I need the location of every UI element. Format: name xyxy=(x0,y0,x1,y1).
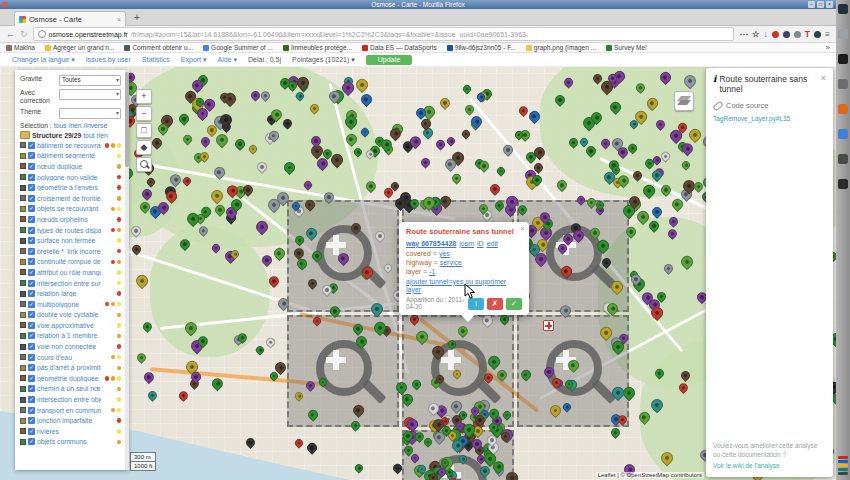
map-marker[interactable] xyxy=(294,90,306,102)
new-tab-button[interactable]: + xyxy=(134,12,140,23)
clipboard-icon[interactable] xyxy=(838,29,848,39)
map-marker[interactable] xyxy=(353,462,365,474)
map-marker[interactable] xyxy=(485,354,501,370)
issue-type-row[interactable]: ✓jonction imparfaite xyxy=(20,415,121,426)
map-marker[interactable] xyxy=(142,369,157,384)
map-marker[interactable] xyxy=(445,135,457,147)
map-marker[interactable] xyxy=(575,194,586,205)
popup-editor-link[interactable]: iD xyxy=(477,240,484,247)
issue-type-checkbox[interactable]: ✓ xyxy=(28,184,35,191)
panel-close-icon[interactable]: × xyxy=(821,74,826,83)
extension-dark-icon[interactable] xyxy=(783,31,790,38)
wiki-link[interactable]: Voir le wiki de l'analyse xyxy=(713,462,826,469)
site-info-icon[interactable] xyxy=(38,30,46,38)
map-marker[interactable] xyxy=(496,165,508,177)
map-marker[interactable] xyxy=(247,143,259,155)
map-marker[interactable] xyxy=(275,296,291,312)
map-marker[interactable] xyxy=(317,376,329,388)
issue-type-checkbox[interactable]: ✓ xyxy=(28,163,35,170)
map-marker[interactable] xyxy=(293,390,305,402)
popup-object-id-link[interactable]: way 667854428 xyxy=(406,240,456,247)
reload-icon[interactable]: ↻ xyxy=(20,29,28,39)
issue-type-row[interactable]: ✓voie non connectée xyxy=(20,341,121,352)
map-marker[interactable] xyxy=(468,114,484,130)
issue-type-row[interactable]: ✓intersection entre objets xyxy=(20,394,121,405)
map-marker[interactable] xyxy=(667,216,680,229)
overflow-menu-icon[interactable]: ⋯ xyxy=(739,30,748,39)
issue-type-checkbox[interactable]: ✓ xyxy=(28,195,35,202)
map-marker[interactable] xyxy=(419,156,432,169)
map-marker[interactable] xyxy=(271,245,286,260)
map-marker[interactable] xyxy=(653,367,665,379)
map-marker[interactable] xyxy=(141,320,154,333)
map-marker[interactable] xyxy=(659,450,676,467)
map-marker[interactable] xyxy=(501,143,515,157)
map-marker[interactable] xyxy=(351,403,366,418)
issue-type-row[interactable]: ✓objets se recouvrant xyxy=(20,204,121,215)
map-marker[interactable] xyxy=(599,137,611,149)
map-marker[interactable] xyxy=(306,277,319,290)
category-select-links[interactable]: tout rien xyxy=(83,132,108,139)
map-marker[interactable] xyxy=(548,402,564,418)
map-marker[interactable] xyxy=(233,137,247,151)
map-marker[interactable] xyxy=(516,203,529,216)
map-marker[interactable] xyxy=(679,254,696,271)
map-marker[interactable] xyxy=(135,351,148,364)
issue-type-row[interactable]: ✓cours d'eau xyxy=(20,352,121,363)
map-marker[interactable] xyxy=(550,376,563,389)
issue-type-row[interactable]: ✓rivières xyxy=(20,426,121,437)
translate-icon[interactable]: T xyxy=(805,30,810,39)
map-marker[interactable] xyxy=(359,126,370,137)
issue-type-row[interactable]: ✓nœud dupliqué xyxy=(20,161,121,172)
issue-type-checkbox[interactable]: ✓ xyxy=(28,438,35,445)
map-marker[interactable] xyxy=(456,324,471,339)
menu-icon[interactable]: ≡ xyxy=(825,30,830,39)
window-button[interactable]: − xyxy=(808,1,815,8)
menu-link[interactable]: Statistics xyxy=(142,56,170,64)
tag-value[interactable]: yes xyxy=(439,250,450,257)
menu-link[interactable]: Export ▾ xyxy=(181,56,207,64)
zoom-out-button[interactable]: − xyxy=(136,106,152,121)
map-marker[interactable] xyxy=(303,226,318,241)
menu-link[interactable]: Aide ▾ xyxy=(218,56,237,64)
map-marker[interactable] xyxy=(645,95,660,110)
map-marker[interactable] xyxy=(557,302,573,318)
map-marker[interactable] xyxy=(631,169,644,182)
map-marker[interactable] xyxy=(461,83,472,94)
map-marker[interactable] xyxy=(304,379,317,392)
map-marker[interactable] xyxy=(133,273,150,290)
bookmark-item[interactable]: 9llw-d6jsz3nn05 - F... xyxy=(447,44,516,51)
map-marker[interactable] xyxy=(648,397,665,414)
bookmark-star-icon[interactable]: ☆ xyxy=(752,30,760,39)
tab-close-icon[interactable]: × xyxy=(117,16,121,23)
issue-type-row[interactable]: ✓relation à 1 membre xyxy=(20,331,121,342)
messenger-icon[interactable] xyxy=(838,129,848,139)
map-marker[interactable] xyxy=(181,175,193,187)
map-marker[interactable] xyxy=(588,226,602,240)
issue-type-checkbox[interactable]: ✓ xyxy=(28,174,35,181)
issue-type-row[interactable]: ✓types de routes disparates xyxy=(20,225,121,236)
bookmark-item[interactable]: Agréger un grand n... xyxy=(45,44,114,51)
map-marker[interactable] xyxy=(659,183,673,197)
issue-type-checkbox[interactable]: ✓ xyxy=(28,248,35,255)
issue-type-row[interactable]: ✓nœuds orphelins xyxy=(20,214,121,225)
map-marker[interactable] xyxy=(438,96,452,110)
issue-type-checkbox[interactable]: ✓ xyxy=(28,152,35,159)
map-marker[interactable] xyxy=(302,179,314,191)
false-positive-button[interactable]: ✗ xyxy=(487,298,503,310)
map-marker[interactable] xyxy=(609,278,626,295)
map-marker[interactable] xyxy=(244,436,257,449)
map-marker[interactable] xyxy=(434,138,446,150)
map-marker[interactable] xyxy=(368,301,385,318)
issue-type-checkbox[interactable]: ✓ xyxy=(28,142,35,149)
map-marker[interactable] xyxy=(266,274,281,289)
menu-link[interactable]: Issues by user xyxy=(86,56,131,64)
map-marker[interactable] xyxy=(408,313,421,326)
map-marker[interactable] xyxy=(542,365,556,379)
map-marker[interactable] xyxy=(364,179,379,194)
bookmark-item[interactable]: Google Summer of ... xyxy=(203,44,273,51)
volume-icon[interactable] xyxy=(838,54,848,64)
issue-type-checkbox[interactable]: ✓ xyxy=(28,216,35,223)
download-icon[interactable]: ↓ xyxy=(764,30,768,39)
issue-type-row[interactable]: ✓voie approximative xyxy=(20,320,121,331)
